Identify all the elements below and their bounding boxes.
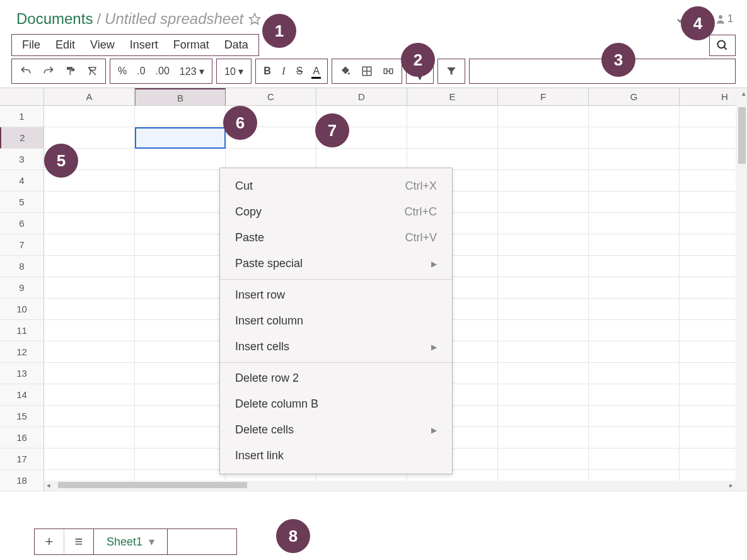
context-menu-item[interactable]: CopyCtrl+C xyxy=(220,199,452,225)
cell-F3[interactable] xyxy=(498,149,589,170)
cell-B14[interactable] xyxy=(135,384,226,406)
context-menu-item[interactable]: Paste special▶ xyxy=(220,251,452,277)
cell-B11[interactable] xyxy=(135,320,226,341)
cell-E1[interactable] xyxy=(407,106,498,127)
row-header-11[interactable]: 11 xyxy=(0,320,44,341)
cell-G8[interactable] xyxy=(589,256,680,277)
cell-B9[interactable] xyxy=(135,277,226,299)
column-header-C[interactable]: C xyxy=(226,88,316,106)
cell-B3[interactable] xyxy=(135,149,226,170)
row-header-2[interactable]: 2 xyxy=(0,127,44,149)
cell-F9[interactable] xyxy=(498,277,589,299)
cell-A7[interactable] xyxy=(44,234,135,256)
menu-format[interactable]: Format xyxy=(168,37,214,53)
row-header-5[interactable]: 5 xyxy=(0,191,44,213)
cell-A6[interactable] xyxy=(44,213,135,234)
cell-B10[interactable] xyxy=(135,299,226,320)
cell-G9[interactable] xyxy=(589,277,680,299)
row-header-3[interactable]: 3 xyxy=(0,149,44,170)
cell-G5[interactable] xyxy=(589,191,680,213)
cell-A12[interactable] xyxy=(44,341,135,363)
row-header-10[interactable]: 10 xyxy=(0,299,44,320)
horizontal-scroll-thumb[interactable] xyxy=(58,482,247,488)
cell-G14[interactable] xyxy=(589,384,680,406)
cell-F8[interactable] xyxy=(498,256,589,277)
merge-cells-button[interactable] xyxy=(379,64,398,78)
context-menu-item[interactable]: Insert link xyxy=(220,443,452,469)
cell-G4[interactable] xyxy=(589,170,680,191)
row-header-8[interactable]: 8 xyxy=(0,256,44,277)
cell-A14[interactable] xyxy=(44,384,135,406)
cell-F4[interactable] xyxy=(498,170,589,191)
user-count[interactable]: 1 xyxy=(715,13,733,25)
cell-F17[interactable] xyxy=(498,449,589,470)
decimal-decrease-button[interactable]: .0 xyxy=(133,64,149,78)
scroll-left-icon[interactable]: ◂ xyxy=(47,481,50,489)
cell-G12[interactable] xyxy=(589,341,680,363)
cell-A5[interactable] xyxy=(44,191,135,213)
cell-A15[interactable] xyxy=(44,406,135,427)
select-all-corner[interactable] xyxy=(0,88,44,106)
cell-B4[interactable] xyxy=(135,170,226,191)
cell-E3[interactable] xyxy=(407,149,498,170)
borders-button[interactable] xyxy=(357,64,376,78)
cell-A10[interactable] xyxy=(44,299,135,320)
menu-view[interactable]: View xyxy=(85,37,120,53)
breadcrumb-root[interactable]: Documents xyxy=(16,10,93,28)
row-header-15[interactable]: 15 xyxy=(0,406,44,427)
context-menu-item[interactable]: Insert cells▶ xyxy=(220,334,452,360)
cell-G2[interactable] xyxy=(589,127,680,149)
vertical-scrollbar[interactable]: ▴ xyxy=(736,88,747,491)
cell-F16[interactable] xyxy=(498,427,589,449)
clear-format-button[interactable] xyxy=(83,64,101,78)
cell-B6[interactable] xyxy=(135,213,226,234)
row-header-7[interactable]: 7 xyxy=(0,234,44,256)
cell-F7[interactable] xyxy=(498,234,589,256)
document-title[interactable]: Untitled spreadsheet xyxy=(105,10,243,28)
undo-button[interactable] xyxy=(16,64,36,79)
cell-F13[interactable] xyxy=(498,363,589,384)
cell-C3[interactable] xyxy=(226,149,316,170)
cell-A13[interactable] xyxy=(44,363,135,384)
cell-B5[interactable] xyxy=(135,191,226,213)
decimal-increase-button[interactable]: .00 xyxy=(152,64,173,78)
cell-A11[interactable] xyxy=(44,320,135,341)
italic-button[interactable]: I xyxy=(277,64,290,78)
column-header-E[interactable]: E xyxy=(407,88,498,106)
row-header-4[interactable]: 4 xyxy=(0,170,44,191)
context-menu-item[interactable]: CutCtrl+X xyxy=(220,173,452,199)
cell-F11[interactable] xyxy=(498,320,589,341)
cell-F6[interactable] xyxy=(498,213,589,234)
context-menu-item[interactable]: PasteCtrl+V xyxy=(220,225,452,251)
redo-button[interactable] xyxy=(38,64,59,79)
cell-B2[interactable] xyxy=(135,127,226,149)
sheet-tab-active[interactable]: Sheet1 ▾ xyxy=(94,529,168,555)
context-menu-item[interactable]: Delete row 2 xyxy=(220,365,452,391)
scroll-right-icon[interactable]: ▸ xyxy=(729,481,733,489)
column-header-D[interactable]: D xyxy=(316,88,407,106)
all-sheets-button[interactable]: ≡ xyxy=(64,534,93,550)
row-header-17[interactable]: 17 xyxy=(0,449,44,470)
bold-button[interactable]: B xyxy=(260,64,275,78)
row-header-14[interactable]: 14 xyxy=(0,384,44,406)
cell-G16[interactable] xyxy=(589,427,680,449)
strikethrough-button[interactable]: S xyxy=(292,64,307,78)
search-button[interactable] xyxy=(709,35,736,56)
column-header-G[interactable]: G xyxy=(589,88,680,106)
row-header-12[interactable]: 12 xyxy=(0,341,44,363)
context-menu-item[interactable]: Delete column B xyxy=(220,391,452,417)
context-menu-item[interactable]: Delete cells▶ xyxy=(220,417,452,443)
cell-E2[interactable] xyxy=(407,127,498,149)
cell-F1[interactable] xyxy=(498,106,589,127)
cell-G6[interactable] xyxy=(589,213,680,234)
context-menu-item[interactable]: Insert row xyxy=(220,282,452,308)
cell-G3[interactable] xyxy=(589,149,680,170)
number-format-dropdown[interactable]: 123 ▾ xyxy=(176,64,208,79)
cell-G7[interactable] xyxy=(589,234,680,256)
column-header-F[interactable]: F xyxy=(498,88,589,106)
row-header-6[interactable]: 6 xyxy=(0,213,44,234)
cell-A17[interactable] xyxy=(44,449,135,470)
cell-A9[interactable] xyxy=(44,277,135,299)
row-header-16[interactable]: 16 xyxy=(0,427,44,449)
paint-format-button[interactable] xyxy=(61,64,80,78)
